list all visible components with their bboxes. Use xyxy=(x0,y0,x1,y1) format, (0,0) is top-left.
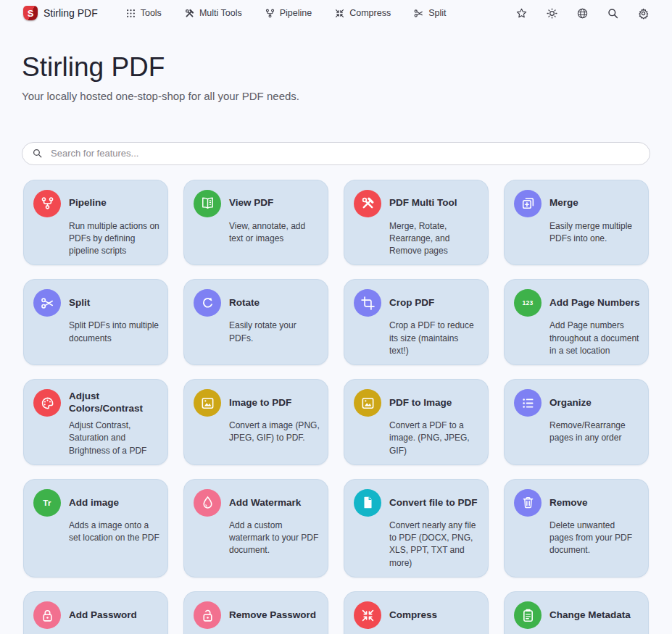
card-description: Adjust Contrast, Saturation and Brightne… xyxy=(69,420,159,457)
search-input[interactable] xyxy=(49,147,640,159)
card-body: CompressCompress PDFs to reduce their fi… xyxy=(389,601,480,634)
card-add-page-numbers[interactable]: 123Add Page NumbersAdd Page numbers thro… xyxy=(504,279,649,365)
card-description: Merge, Rotate, Rearrange, and Remove pag… xyxy=(389,220,480,258)
nav-item-multi-tools[interactable]: Multi Tools xyxy=(184,8,242,19)
card-title: Add Watermark xyxy=(229,489,320,517)
card-body: Add Page NumbersAdd Page numbers through… xyxy=(549,289,640,357)
card-adjust-colors-contrast[interactable]: Adjust Colors/ContrastAdjust Contrast, S… xyxy=(23,379,168,465)
list-icon xyxy=(514,389,542,417)
nav-actions xyxy=(514,6,650,20)
crop-icon xyxy=(354,289,381,317)
star-icon[interactable] xyxy=(514,6,528,20)
card-body: Change MetadataChange/Remove/Add metadat… xyxy=(549,601,640,634)
card-add-image[interactable]: TrAdd imageAdds a image onto a set locat… xyxy=(23,479,168,577)
grid-icon xyxy=(125,8,136,19)
card-title: Remove xyxy=(549,489,640,517)
card-body: Image to PDFConvert a image (PNG, JPEG, … xyxy=(229,389,320,457)
page-subtitle: Your locally hosted one-stop-shop for al… xyxy=(22,90,650,102)
lock-icon xyxy=(33,601,61,629)
search-icon xyxy=(32,148,43,159)
hero-section: Stirling PDF Your locally hosted one-sto… xyxy=(0,52,672,102)
card-description: Convert a PDF to a image. (PNG, JPEG, GI… xyxy=(389,420,480,457)
feature-search-bar xyxy=(22,142,650,165)
icon-label: 123 xyxy=(522,299,533,306)
card-remove-password[interactable]: Remove PasswordRemove password protectio… xyxy=(183,591,328,634)
nav-menu: ToolsMulti ToolsPipelineCompressSplit xyxy=(125,8,469,19)
image-icon xyxy=(354,389,381,417)
book-icon xyxy=(194,190,221,217)
card-description: Easily rotate your PDFs. xyxy=(229,320,320,345)
card-convert-file-to-pdf[interactable]: Convert file to PDFConvert nearly any fi… xyxy=(344,479,489,577)
numbers-icon: 123 xyxy=(514,289,542,317)
nav-item-label: Tools xyxy=(141,8,162,18)
image-icon xyxy=(194,389,221,417)
card-title: Image to PDF xyxy=(229,389,320,417)
card-title: Remove Password xyxy=(229,601,320,629)
card-pdf-to-image[interactable]: PDF to ImageConvert a PDF to a image. (P… xyxy=(344,379,489,465)
card-description: Easily merge multiple PDFs into one. xyxy=(549,220,640,246)
card-description: Crop a PDF to reduce its size (maintains… xyxy=(389,320,480,357)
card-rotate[interactable]: RotateEasily rotate your PDFs. xyxy=(183,279,328,365)
nav-item-tools[interactable]: Tools xyxy=(125,8,162,19)
brand[interactable]: S Stirling PDF xyxy=(23,6,98,20)
nav-item-pipeline[interactable]: Pipeline xyxy=(265,8,312,19)
pipeline-icon xyxy=(33,190,61,217)
multi-tools-icon xyxy=(354,190,381,217)
card-compress[interactable]: CompressCompress PDFs to reduce their fi… xyxy=(344,591,489,634)
card-change-metadata[interactable]: Change MetadataChange/Remove/Add metadat… xyxy=(504,591,649,634)
card-title: Rotate xyxy=(229,289,320,317)
card-title: Convert file to PDF xyxy=(389,489,480,517)
settings-gear-icon[interactable] xyxy=(636,6,650,20)
nav-item-compress[interactable]: Compress xyxy=(334,8,391,19)
language-globe-icon[interactable] xyxy=(575,6,589,20)
card-body: RemoveDelete unwanted pages from your PD… xyxy=(549,489,640,570)
card-description: Run multiple actions on PDFs by defining… xyxy=(69,220,159,258)
card-description: Split PDFs into multiple documents xyxy=(69,320,159,345)
card-body: OrganizeRemove/Rearrange pages in any or… xyxy=(549,389,640,457)
card-add-watermark[interactable]: Add WatermarkAdd a custom watermark to y… xyxy=(183,479,328,577)
nav-item-label: Multi Tools xyxy=(199,8,242,18)
card-title: Split xyxy=(69,289,159,317)
text-icon: Tr xyxy=(33,489,61,517)
card-title: View PDF xyxy=(229,190,320,217)
card-body: PDF to ImageConvert a PDF to a image. (P… xyxy=(389,389,480,457)
feature-card-grid: PipelineRun multiple actions on PDFs by … xyxy=(23,180,649,634)
card-crop-pdf[interactable]: Crop PDFCrop a PDF to reduce its size (m… xyxy=(344,279,489,365)
card-body: Convert file to PDFConvert nearly any fi… xyxy=(389,489,480,570)
stirling-logo-icon: S xyxy=(23,6,38,20)
card-title: PDF to Image xyxy=(389,389,480,417)
droplet-icon xyxy=(194,489,221,517)
card-description: Convert nearly any file to PDF (DOCX, PN… xyxy=(389,520,480,570)
card-body: PDF Multi ToolMerge, Rotate, Rearrange, … xyxy=(389,190,480,258)
card-body: Add imageAdds a image onto a set locatio… xyxy=(69,489,159,570)
card-add-password[interactable]: Add PasswordEncrypt your PDF document wi… xyxy=(23,591,168,634)
scissors-icon xyxy=(33,289,61,317)
nav-item-split[interactable]: Split xyxy=(413,8,446,19)
card-body: RotateEasily rotate your PDFs. xyxy=(229,289,320,357)
card-view-pdf[interactable]: View PDFView, annotate, add text or imag… xyxy=(183,180,328,266)
card-image-to-pdf[interactable]: Image to PDFConvert a image (PNG, JPEG, … xyxy=(183,379,328,465)
card-description: Remove/Rearrange pages in any order xyxy=(549,420,640,445)
nav-item-label: Split xyxy=(428,8,446,18)
card-description: View, annotate, add text or images xyxy=(229,220,320,246)
card-body: PipelineRun multiple actions on PDFs by … xyxy=(69,190,159,258)
card-description: Convert a image (PNG, JPEG, GIF) to PDF. xyxy=(229,420,320,445)
file-icon xyxy=(354,489,381,517)
card-organize[interactable]: OrganizeRemove/Rearrange pages in any or… xyxy=(504,379,649,465)
scissors-icon xyxy=(413,8,424,19)
card-remove[interactable]: RemoveDelete unwanted pages from your PD… xyxy=(504,479,649,577)
card-pdf-multi-tool[interactable]: PDF Multi ToolMerge, Rotate, Rearrange, … xyxy=(344,180,489,266)
search-icon[interactable] xyxy=(605,6,620,20)
multi-tools-icon xyxy=(184,8,195,19)
card-title: Crop PDF xyxy=(389,289,480,317)
card-title: Merge xyxy=(549,190,640,217)
card-split[interactable]: SplitSplit PDFs into multiple documents xyxy=(23,279,168,365)
compress-icon xyxy=(354,601,381,629)
clipboard-icon xyxy=(514,601,542,629)
card-body: SplitSplit PDFs into multiple documents xyxy=(69,289,159,357)
theme-light-icon[interactable] xyxy=(544,6,559,20)
card-title: Add image xyxy=(69,489,159,517)
card-title: Compress xyxy=(389,601,480,629)
card-pipeline[interactable]: PipelineRun multiple actions on PDFs by … xyxy=(23,180,168,266)
card-merge[interactable]: MergeEasily merge multiple PDFs into one… xyxy=(504,180,649,266)
